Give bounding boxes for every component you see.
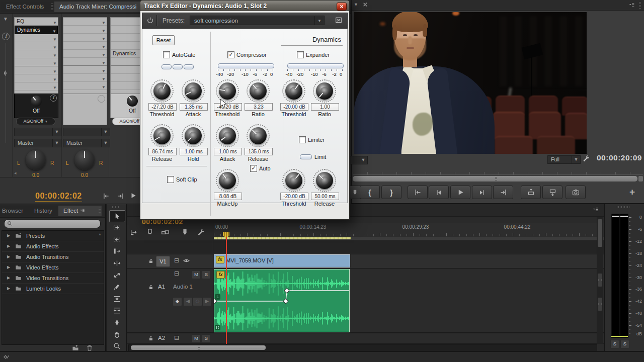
track-lock-icon[interactable] xyxy=(148,335,154,341)
panel-menu-icon[interactable] xyxy=(628,2,635,8)
extract-button[interactable] xyxy=(542,186,562,199)
mixer-timecode[interactable]: 00:00:02:02 xyxy=(35,192,82,202)
automation-mode-dropdown[interactable]: AGOn/Off ▼ xyxy=(16,118,55,125)
selection-tool[interactable] xyxy=(109,210,125,222)
track-a1-label[interactable]: A1 xyxy=(158,284,165,290)
meter-solo-right-button[interactable]: S xyxy=(620,340,629,348)
autogate-attack-value[interactable]: 1.35 ms xyxy=(180,103,208,111)
timeline-hscrollbar[interactable] xyxy=(128,344,597,351)
compressor-makeup-value[interactable]: 8.08 dB xyxy=(214,193,242,200)
expander-threshold-knob[interactable]: -20.00 dB Threshold xyxy=(279,79,309,119)
timeline-ruler[interactable]: 00:00 00:00:14:23 00:00:29:23 00:00:44:2… xyxy=(214,223,604,237)
close-effect-icon[interactable] xyxy=(335,17,342,24)
expand-chevron-icon[interactable]: ▶ xyxy=(7,284,10,294)
effect-slot-empty[interactable]: ▼ xyxy=(15,74,58,82)
effect-slot-empty[interactable]: ▼ xyxy=(63,50,107,58)
mark-in-button[interactable]: { xyxy=(360,186,380,199)
export-frame-button[interactable] xyxy=(566,186,586,199)
effects-search-input[interactable] xyxy=(4,219,101,228)
meter-solo-left-button[interactable]: S xyxy=(610,340,619,348)
tab-close-icon[interactable] xyxy=(363,2,368,7)
effect-slot-empty[interactable]: ▼ xyxy=(63,18,107,26)
autogate-checkbox[interactable] xyxy=(163,51,170,58)
folder-row-lumetri-looks[interactable]: ▶Lumetri Looks xyxy=(2,284,104,294)
fit-dropdown-partial[interactable]: ▼ xyxy=(349,156,368,164)
add-keyframe-button[interactable]: ◇ xyxy=(193,297,202,306)
track-height-handle[interactable] xyxy=(598,298,602,311)
track-a1-name[interactable]: Audio 1 xyxy=(173,284,193,290)
tab-effects[interactable]: Effect xyxy=(58,206,102,216)
expand-chevron-icon[interactable]: ▶ xyxy=(7,241,10,251)
send-assign-dropdown[interactable]: ▼ xyxy=(63,128,110,136)
pan-knob[interactable] xyxy=(26,150,46,170)
compressor-ratio-knob[interactable]: 3.23 Ratio xyxy=(243,79,273,119)
autogate-release-knob[interactable]: 86.74 ms Release xyxy=(147,124,177,163)
expand-chevron-icon[interactable]: ▶ xyxy=(7,273,10,283)
ripple-edit-tool[interactable] xyxy=(109,246,124,257)
track-a2-mute-button[interactable]: M xyxy=(192,334,201,343)
tab-dropdown-icon[interactable]: ▼ xyxy=(354,2,358,7)
status-gear-icon[interactable] xyxy=(3,353,10,360)
soft-clip-checkbox[interactable] xyxy=(167,176,174,183)
track-output-dropdown[interactable]: Master▼ xyxy=(63,139,110,147)
reset-button[interactable]: Reset xyxy=(152,35,175,45)
rate-stretch-tool[interactable] xyxy=(109,269,124,281)
limiter-release-knob[interactable]: 50.00 ms Release xyxy=(309,169,340,208)
hscroll-thumb[interactable] xyxy=(131,345,266,350)
folder-row-video-transitions[interactable]: ▶Video Transitions xyxy=(2,273,104,284)
track-lock-icon[interactable] xyxy=(148,284,154,290)
track-select-backward-tool[interactable] xyxy=(109,234,124,245)
razor-tool[interactable] xyxy=(109,282,124,293)
track-output-dropdown[interactable]: Master▼ xyxy=(14,139,61,147)
collapse-triangle-icon[interactable]: ▼ xyxy=(3,16,8,22)
audio-clip-mvi-7059[interactable]: fx L R xyxy=(214,269,350,332)
effect-slot-empty[interactable]: ▼ xyxy=(63,42,107,50)
playback-resolution-dropdown[interactable]: Full▼ xyxy=(547,155,581,164)
presets-dropdown[interactable]: soft compression ▼ xyxy=(190,16,325,25)
folder-row-presets[interactable]: ▶Presets xyxy=(2,231,104,241)
settings-wrench-icon[interactable] xyxy=(583,155,590,162)
autogate-threshold-value[interactable]: -27.20 dB xyxy=(148,103,177,111)
compressor-release-value[interactable]: 135.0 ms xyxy=(245,148,273,155)
add-marker-icon[interactable] xyxy=(181,228,189,236)
expand-chevron-icon[interactable]: ▶ xyxy=(7,252,10,262)
expand-chevron-icon[interactable]: ▶ xyxy=(7,262,10,273)
effect-slot-empty[interactable]: ▼ xyxy=(63,82,107,90)
limiter-release-value[interactable]: 50.00 ms xyxy=(311,193,339,200)
video-clip-mvi-7059[interactable]: fx MVI_7059.MOV [V] xyxy=(214,254,350,267)
zoom-tool[interactable] xyxy=(109,341,124,352)
lift-button[interactable] xyxy=(521,186,541,199)
autogate-hold-knob[interactable]: 1.00 ms Hold xyxy=(178,124,208,163)
compressor-ratio-value[interactable]: 3.23 xyxy=(245,103,273,111)
folder-row-audio-transitions[interactable]: ▶Audio Transitions xyxy=(2,252,104,262)
step-forward-button[interactable] xyxy=(472,186,492,199)
go-to-in-button[interactable] xyxy=(408,186,428,199)
effect-off-knob[interactable] xyxy=(31,96,42,107)
effect-slot-empty[interactable]: ▼ xyxy=(63,26,107,34)
play-button[interactable] xyxy=(450,186,470,199)
mark-out-button[interactable]: } xyxy=(381,186,401,199)
expander-checkbox[interactable] xyxy=(297,51,304,58)
track-output-eye-icon[interactable] xyxy=(183,257,190,264)
timeline-settings-icon[interactable] xyxy=(197,228,205,236)
delete-icon[interactable] xyxy=(86,344,93,351)
auto-release-checkbox[interactable] xyxy=(250,165,257,172)
compressor-threshold-value[interactable]: -40.20 dB xyxy=(214,103,242,111)
expander-ratio-knob[interactable]: 1.00 Ratio xyxy=(309,79,340,119)
autogate-hold-value[interactable]: 1.00 ms xyxy=(180,148,208,155)
goto-out-icon[interactable] xyxy=(117,193,124,200)
expander-ratio-value[interactable]: 1.00 xyxy=(311,103,339,111)
track-v1-target[interactable]: V1 xyxy=(156,256,170,267)
playhead-line[interactable] xyxy=(226,237,227,344)
nest-toggle-icon[interactable] xyxy=(130,228,138,236)
program-timecode[interactable]: 00:00:20:09 xyxy=(597,153,642,162)
new-bin-icon[interactable] xyxy=(72,344,79,351)
goto-in-icon[interactable] xyxy=(103,193,110,200)
track-a2-solo-button[interactable]: S xyxy=(202,334,211,343)
monitor-mini-ruler[interactable] xyxy=(353,167,643,175)
limiter-threshold-knob[interactable]: -20.00 dB Threshold xyxy=(279,169,309,208)
compressor-threshold-knob[interactable]: -40.20 dB Threshold xyxy=(212,79,243,119)
snap-icon[interactable] xyxy=(146,228,154,236)
effect-slot-eq[interactable]: EQ▼ xyxy=(15,18,58,26)
timeline-vscrollbar[interactable] xyxy=(597,217,603,344)
